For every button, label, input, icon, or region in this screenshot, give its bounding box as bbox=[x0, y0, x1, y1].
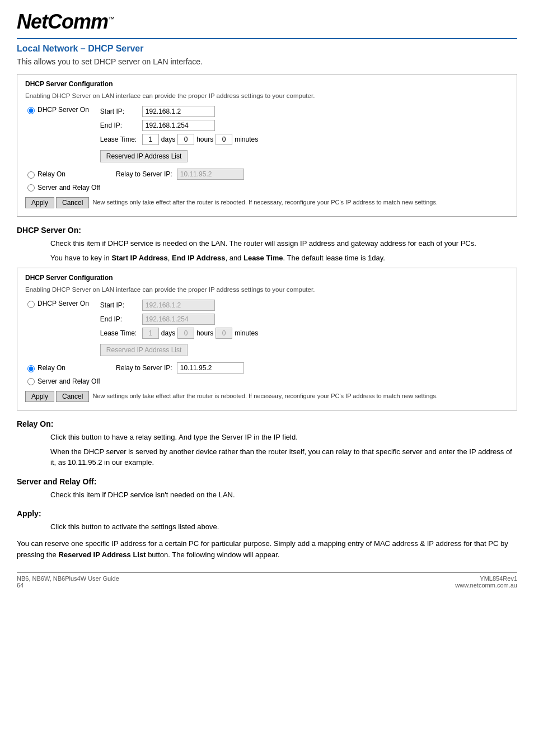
lease-inputs-2: days hours minutes bbox=[142, 328, 258, 339]
lease-days-input-1[interactable] bbox=[142, 134, 159, 145]
lease-time-row-1: Lease Time: days hours minutes bbox=[100, 134, 258, 145]
config-box-1-desc: Enabling DHCP Server on LAN interface ca… bbox=[25, 91, 509, 100]
para2-comma1: , bbox=[168, 254, 172, 262]
cancel-button-2[interactable]: Cancel bbox=[56, 391, 89, 402]
relay-on-heading: Relay On: bbox=[17, 419, 517, 428]
start-ip-row-1: Start IP: bbox=[100, 106, 258, 117]
start-ip-bold: Start IP Address bbox=[111, 254, 167, 262]
lease-hours-input-1[interactable] bbox=[177, 134, 194, 145]
relay-server-ip-input-2[interactable] bbox=[177, 362, 244, 374]
intro-text: This allows you to set DHCP server on LA… bbox=[17, 57, 517, 66]
logo-area: NetComm™ bbox=[17, 10, 517, 34]
config-box-2: DHCP Server Configuration Enabling DHCP … bbox=[17, 268, 517, 410]
start-ip-label-2: Start IP: bbox=[100, 301, 142, 309]
footer-left: NB6, NB6W, NB6Plus4W User Guide 64 bbox=[17, 575, 119, 589]
bottom-text2: button. The following window will appear… bbox=[146, 550, 280, 559]
lease-minutes-input-2[interactable] bbox=[216, 328, 232, 339]
reserved-bold: Reserved IP Address List bbox=[58, 550, 146, 559]
config-box-2-title: DHCP Server Configuration bbox=[25, 274, 509, 282]
server-relay-off-label-2: Server and Relay Off bbox=[38, 377, 100, 385]
lease-time-label-1: Lease Time: bbox=[100, 136, 142, 143]
lease-days-label-1: days bbox=[161, 136, 175, 143]
apply-row-2: Apply Cancel New settings only take effe… bbox=[25, 391, 509, 402]
dhcp-server-on-para2: You have to key in Start IP Address, End… bbox=[50, 253, 517, 264]
para2-suffix: . The default lease time is 1day. bbox=[283, 254, 385, 262]
dhcp-server-on-para1: Check this item if DHCP service is neede… bbox=[50, 238, 517, 249]
server-relay-off-para1: Check this item if DHCP service isn't ne… bbox=[50, 489, 517, 501]
relay-on-label-2: Relay On bbox=[38, 364, 116, 372]
lease-minutes-label-1: minutes bbox=[235, 136, 258, 143]
lease-minutes-label-2: minutes bbox=[235, 329, 258, 337]
para2-comma2: , and bbox=[225, 254, 243, 262]
apply-note-1: New settings only take effect after the … bbox=[92, 198, 438, 207]
config-box-1-title: DHCP Server Configuration bbox=[25, 80, 509, 88]
server-relay-off-row-1: Server and Relay Off bbox=[25, 183, 509, 192]
relay-on-radio-2[interactable] bbox=[27, 365, 35, 372]
relay-on-para2: When the DHCP server is served by anothe… bbox=[50, 446, 517, 468]
end-ip-label-2: End IP: bbox=[100, 315, 142, 323]
lease-hours-input-2[interactable] bbox=[177, 328, 194, 339]
lease-days-input-2[interactable] bbox=[142, 328, 159, 339]
apply-note-2: New settings only take effect after the … bbox=[92, 392, 438, 400]
relay-on-row-2: Relay On Relay to Server IP: bbox=[25, 362, 509, 374]
apply-button-1[interactable]: Apply bbox=[25, 197, 54, 208]
dhcp-server-on-label-1: DHCP Server On bbox=[38, 106, 89, 114]
dhcp-server-on-row-2: DHCP Server On Start IP: End IP: Lease T… bbox=[25, 300, 509, 359]
apply-heading: Apply: bbox=[17, 509, 517, 518]
dhcp-server-on-body: Check this item if DHCP service is neede… bbox=[17, 238, 517, 263]
start-ip-label-1: Start IP: bbox=[100, 108, 142, 115]
dhcp-server-on-radio-1[interactable] bbox=[27, 107, 35, 114]
logo-netcomm: NetComm bbox=[17, 10, 108, 33]
server-relay-off-radio-1[interactable] bbox=[27, 184, 35, 192]
apply-button-2[interactable]: Apply bbox=[25, 391, 54, 402]
dhcp-server-on-radio-2[interactable] bbox=[27, 301, 35, 308]
reserved-btn-row-2: Reserved IP Address List bbox=[100, 342, 258, 356]
start-ip-input-2[interactable] bbox=[142, 300, 215, 311]
end-ip-row-1: End IP: bbox=[100, 120, 258, 131]
reserved-ip-button-2[interactable]: Reserved IP Address List bbox=[100, 344, 188, 356]
server-relay-off-label-1: Server and Relay Off bbox=[38, 184, 100, 192]
relay-on-body: Click this button to have a relay settin… bbox=[17, 432, 517, 468]
cancel-button-1[interactable]: Cancel bbox=[56, 197, 89, 208]
footer-right: YML854Rev1 www.netcomm.com.au bbox=[455, 575, 517, 589]
reserved-ip-button-1[interactable]: Reserved IP Address List bbox=[100, 150, 188, 162]
bottom-paragraph: You can reserve one specific IP address … bbox=[17, 538, 517, 562]
lease-inputs-1: days hours minutes bbox=[142, 134, 258, 145]
footer-rule bbox=[17, 572, 517, 573]
start-ip-input-1[interactable] bbox=[142, 106, 215, 117]
relay-server-ip-input-1[interactable] bbox=[177, 169, 244, 180]
server-relay-off-radio-2[interactable] bbox=[27, 378, 35, 385]
end-ip-row-2: End IP: bbox=[100, 314, 258, 325]
apply-para1: Click this button to activate the settin… bbox=[50, 521, 517, 533]
dhcp-server-on-row-1: DHCP Server On Start IP: End IP: Lease T… bbox=[25, 106, 509, 165]
dhcp-server-on-heading: DHCP Server On: bbox=[17, 226, 517, 235]
end-ip-input-2[interactable] bbox=[142, 314, 215, 325]
logo-tm: ™ bbox=[108, 15, 114, 23]
relay-server-label-1: Relay to Server IP: bbox=[116, 170, 172, 178]
lease-time-label-2: Lease Time: bbox=[100, 329, 142, 337]
lease-minutes-input-1[interactable] bbox=[216, 134, 232, 145]
logo-text: NetComm™ bbox=[17, 10, 114, 33]
para2-prefix: You have to key in bbox=[50, 254, 111, 262]
server-relay-off-row-2: Server and Relay Off bbox=[25, 377, 509, 385]
config-box-1: DHCP Server Configuration Enabling DHCP … bbox=[17, 74, 517, 217]
lease-days-label-2: days bbox=[161, 329, 175, 337]
dhcp-server-on-fields-1: Start IP: End IP: Lease Time: days hours bbox=[100, 106, 258, 165]
apply-body: Click this button to activate the settin… bbox=[17, 521, 517, 533]
lease-hours-label-2: hours bbox=[196, 329, 213, 337]
lease-hours-label-1: hours bbox=[196, 136, 213, 143]
server-relay-off-body: Check this item if DHCP service isn't ne… bbox=[17, 489, 517, 501]
start-ip-row-2: Start IP: bbox=[100, 300, 258, 311]
footer: NB6, NB6W, NB6Plus4W User Guide 64 YML85… bbox=[17, 575, 517, 589]
page-title: Local Network – DHCP Server bbox=[17, 44, 517, 54]
relay-on-row-1: Relay On Relay to Server IP: bbox=[25, 169, 509, 180]
relay-server-label-2: Relay to Server IP: bbox=[116, 364, 172, 372]
lease-time-row-2: Lease Time: days hours minutes bbox=[100, 328, 258, 339]
dhcp-server-on-label-2: DHCP Server On bbox=[38, 300, 89, 307]
config-box-2-desc: Enabling DHCP Server on LAN interface ca… bbox=[25, 285, 509, 294]
server-relay-off-heading: Server and Relay Off: bbox=[17, 477, 517, 486]
relay-on-label-1: Relay On bbox=[38, 170, 116, 178]
end-ip-input-1[interactable] bbox=[142, 120, 215, 131]
relay-on-radio-1[interactable] bbox=[27, 171, 35, 179]
page-wrapper: NetComm™ Local Network – DHCP Server Thi… bbox=[0, 0, 534, 600]
